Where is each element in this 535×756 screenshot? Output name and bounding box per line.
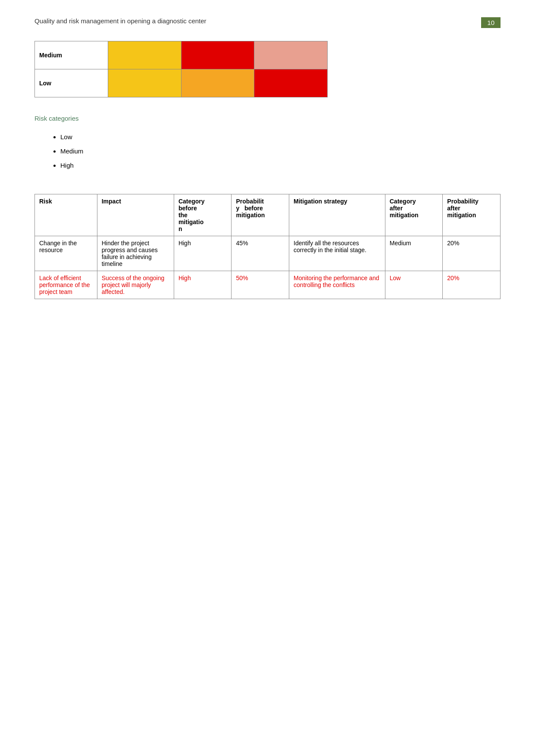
matrix-row: Medium — [35, 41, 328, 69]
risk-category-item: Low — [60, 130, 501, 144]
page-number: 10 — [481, 17, 501, 28]
matrix-row: Low — [35, 69, 328, 97]
cell-risk: Change in the resource — [35, 236, 97, 271]
page-title: Quality and risk management in opening a… — [34, 17, 206, 25]
matrix-cell — [181, 69, 254, 97]
page-header: Quality and risk management in opening a… — [34, 17, 501, 28]
risk-categories-list: LowMediumHigh — [34, 130, 501, 172]
matrix-table: MediumLow — [34, 41, 328, 97]
cell-mitigation_strategy: Identify all the resources correctly in … — [289, 236, 385, 271]
matrix-row-label: Medium — [35, 41, 108, 69]
table-row: Change in the resourceHinder the project… — [35, 236, 501, 271]
risk-categories-section: Risk categories LowMediumHigh — [34, 115, 501, 172]
header-category-before: Categorybeforethemitigation — [174, 194, 232, 236]
header-probability-after: Probabilityaftermitigation — [443, 194, 501, 236]
cell-probability_before: 50% — [232, 271, 289, 299]
matrix-cell — [108, 41, 181, 69]
header-mitigation-strategy: Mitigation strategy — [289, 194, 385, 236]
matrix-cell — [254, 41, 328, 69]
matrix-cell — [181, 41, 254, 69]
cell-category_before: High — [174, 271, 232, 299]
cell-risk: Lack of efficient performance of the pro… — [35, 271, 97, 299]
table-row: Lack of efficient performance of the pro… — [35, 271, 501, 299]
matrix-row-label: Low — [35, 69, 108, 97]
cell-probability_after: 20% — [443, 271, 501, 299]
risk-table: Risk Impact Categorybeforethemitigation … — [34, 194, 501, 299]
cell-category_after: Low — [385, 271, 443, 299]
table-header-row: Risk Impact Categorybeforethemitigation … — [35, 194, 501, 236]
risk-matrix: MediumLow — [34, 41, 501, 97]
matrix-cell — [108, 69, 181, 97]
cell-impact: Success of the ongoing project will majo… — [97, 271, 174, 299]
cell-impact: Hinder the project progress and causes f… — [97, 236, 174, 271]
cell-category_before: High — [174, 236, 232, 271]
header-risk: Risk — [35, 194, 97, 236]
risk-categories-title: Risk categories — [34, 115, 501, 122]
cell-mitigation_strategy: Monitoring the performance and controlli… — [289, 271, 385, 299]
header-category-after: Categoryaftermitigation — [385, 194, 443, 236]
risk-category-item: High — [60, 158, 501, 172]
matrix-cell — [254, 69, 328, 97]
cell-probability_before: 45% — [232, 236, 289, 271]
cell-category_after: Medium — [385, 236, 443, 271]
risk-table-section: Risk Impact Categorybeforethemitigation … — [34, 194, 501, 299]
header-probability-before: Probability beforemitigation — [232, 194, 289, 236]
risk-category-item: Medium — [60, 144, 501, 158]
header-impact: Impact — [97, 194, 174, 236]
cell-probability_after: 20% — [443, 236, 501, 271]
risk-table-body: Change in the resourceHinder the project… — [35, 236, 501, 299]
